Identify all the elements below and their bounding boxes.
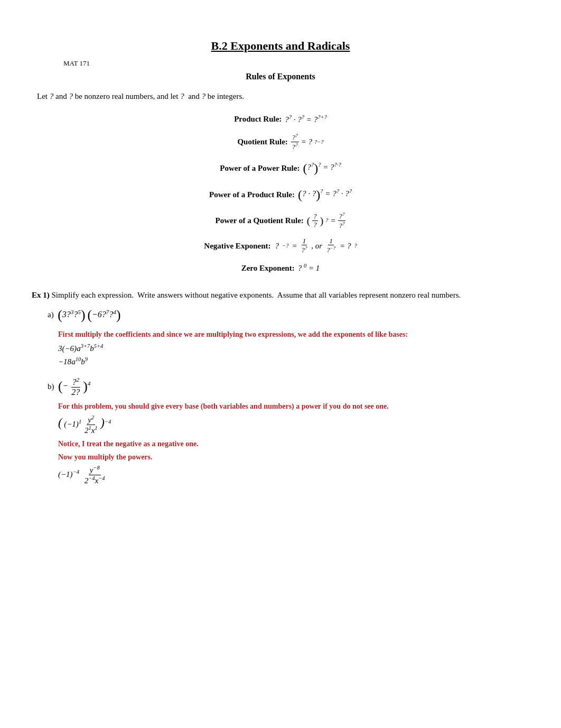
part-b-hint2a: Notice, I treat the negative as a negati… [58,438,529,449]
negative-exponent-rule: Negative Exponent: ?−? = 1 ?? , or 1 ?−?… [32,237,529,255]
zero-exponent-rule: Zero Exponent: ? 0 = 1 [32,262,529,274]
intro-text: Let ? and ? be nonzero real numbers, and… [37,90,529,103]
part-b-hint1: For this problem, you should give every … [58,401,529,412]
example1-part-b: b) (− ?2 2? )4 For this problem, you sho… [48,376,529,486]
part-a-step2: −18a10b9 [58,355,529,368]
page-title: B.2 Exponents and Radicals [32,37,529,54]
quotient-rule: Quotient Rule: ?? ?? = ??−? [32,133,529,151]
power-of-product-rule: Power of a Product Rule: (? · ?)? = ?? ·… [32,185,529,204]
course-label: MAT 171 [63,58,90,69]
example1-part-a: a) (3?3?5) (−6?7?4) First multiply the c… [48,305,529,367]
example1-heading: Ex 1) Simplify each expression. Write an… [32,289,529,301]
power-of-power-rule: Power of a Power Rule: (??)? = ??·? [32,159,529,178]
part-b-step1: ( (−1)1 y2 21x1 )−4 [58,414,529,435]
product-rule: Product Rule: ?? · ?? = ??+? [32,113,529,126]
part-b-step2: (−1)−4 y−8 2−4x−4 [58,465,529,486]
part-a-hint1: First multiply the coefficients and sinc… [58,329,529,340]
part-a-step1: 3(−6)a3+7b5+4 [58,342,529,355]
power-of-quotient-rule: Power of a Quotient Rule: ( ? ? )? = ?? … [32,211,529,230]
part-b-hint2b: Now you multiply the powers. [58,451,529,463]
rules-heading: Rules of Exponents [32,70,529,83]
